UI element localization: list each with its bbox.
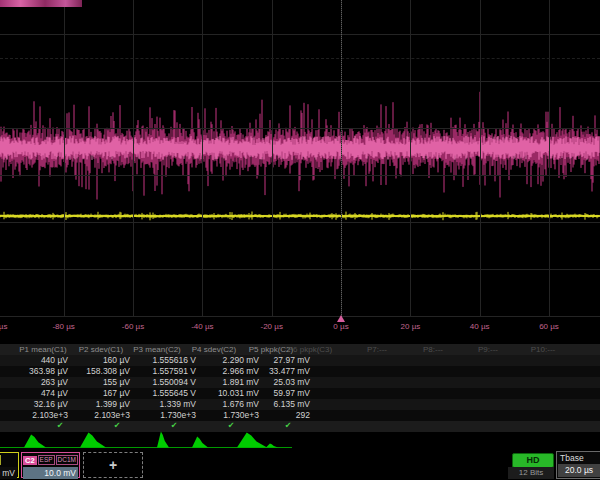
histicon-peak: [80, 433, 106, 448]
time-axis-label: -80 µs: [52, 322, 74, 331]
hd-mode-badge[interactable]: HD: [512, 453, 554, 468]
c1-trace-fuzz: [0, 212, 599, 221]
measure-value-row: 32.16 µV1.399 µV1.339 mV1.676 mV6.135 mV: [0, 399, 600, 410]
measure-value: 1.550094 V: [132, 377, 196, 387]
c2-vertical-scale: 10.0 mV: [23, 467, 78, 479]
measure-value: 32.16 µV: [4, 399, 68, 409]
c1-coupling-badge: DC1M: [0, 455, 1, 465]
gridline-horizontal: [0, 269, 600, 270]
measure-value: 440 µV: [4, 355, 68, 365]
measure-param-header[interactable]: P3 mean(C2): [133, 345, 181, 354]
measure-value: 1.555616 V: [132, 355, 196, 365]
measure-param-header[interactable]: P4 sdev(C2): [192, 345, 236, 354]
measurement-table: P1 mean(C1)P2 sdev(C1)P3 mean(C2)P4 sdev…: [0, 343, 600, 431]
waveform-grid: [0, 0, 600, 317]
status-check-icon: ✔: [57, 421, 64, 430]
c2-coupling-badge: DC1M: [56, 455, 78, 465]
measure-value: 167 µV: [66, 388, 130, 398]
measure-value: 474 µV: [4, 388, 68, 398]
measure-value-row: 440 µV160 µV1.555616 V2.290 mV27.97 mV: [0, 355, 600, 366]
measure-value-row: 263 µV155 µV1.550094 V1.891 mV25.03 mV: [0, 377, 600, 388]
time-axis: -100 µs-80 µs-60 µs-40 µs-20 µs0 µs20 µs…: [0, 317, 600, 343]
histicon-peak: [237, 433, 267, 448]
time-axis-label: 0 µs: [333, 322, 348, 331]
measure-value: 1.557591 V: [132, 366, 196, 376]
measure-value: 2.103e+3: [66, 410, 130, 420]
measure-param-header[interactable]: P5 pkpk(C2): [249, 345, 293, 354]
c1-vertical-scale: 10.0 mV: [0, 467, 17, 479]
oscilloscope-screen: -100 µs-80 µs-60 µs-40 µs-20 µs0 µs20 µs…: [0, 0, 600, 480]
gridline-horizontal: [0, 34, 600, 35]
channel-c2-descriptor[interactable]: C2 ESP DC1M 10.0 mV: [21, 452, 80, 478]
timebase-descriptor[interactable]: Tbase 20.0 µs: [556, 451, 600, 479]
measure-param-header[interactable]: P2 sdev(C1): [79, 345, 123, 354]
measure-value: 160 µV: [66, 355, 130, 365]
measure-value: 59.97 mV: [246, 388, 310, 398]
time-axis-label: -20 µs: [260, 322, 282, 331]
gridline-minor-ticks: [0, 58, 600, 59]
measure-value: 1.339 mV: [132, 399, 196, 409]
add-channel-button[interactable]: +: [83, 452, 143, 478]
measure-value: 1.730e+3: [132, 410, 196, 420]
histicon-peak: [24, 435, 46, 448]
c2-label: C2: [23, 456, 37, 465]
status-check-icon: ✔: [285, 421, 292, 430]
timebase-per-div: 20.0 µs: [558, 464, 600, 477]
measure-value: 1.555645 V: [132, 388, 196, 398]
histicon-peak: [157, 432, 169, 448]
measure-value: 263 µV: [4, 377, 68, 387]
time-axis-label: 60 µs: [539, 322, 559, 331]
measure-value: 33.477 mV: [246, 366, 310, 376]
time-axis-label: -40 µs: [191, 322, 213, 331]
time-axis-label: 40 µs: [470, 322, 490, 331]
gridline-horizontal: [0, 222, 600, 223]
gridline-horizontal: [0, 128, 600, 129]
time-axis-label: -60 µs: [122, 322, 144, 331]
measure-param-header[interactable]: P8:---: [423, 345, 443, 354]
measure-value: 158.308 µV: [66, 366, 130, 376]
bottom-bar: C1 DC1M 10.0 mV C2 ESP DC1M 10.0 mV + HD…: [0, 450, 600, 480]
adc-bits-label: 12 Bits: [508, 467, 554, 479]
clipped-top-left-label: [0, 0, 82, 7]
status-check-icon: ✔: [171, 421, 178, 430]
time-axis-label: 20 µs: [401, 322, 421, 331]
channel-c1-descriptor[interactable]: C1 DC1M 10.0 mV: [0, 452, 19, 478]
measure-param-header[interactable]: P6 pkpk(C3): [288, 345, 332, 354]
trigger-position-line: [341, 0, 342, 317]
measure-value: 25.03 mV: [246, 377, 310, 387]
measure-param-header[interactable]: P7:---: [367, 345, 387, 354]
measure-value: 1.399 µV: [66, 399, 130, 409]
measure-value: 155 µV: [66, 377, 130, 387]
measure-value: 292: [246, 410, 310, 420]
histicon-peak: [266, 444, 278, 448]
histicon-peak: [192, 437, 208, 448]
measure-value: 27.97 mV: [246, 355, 310, 365]
measure-header-row: P1 mean(C1)P2 sdev(C1)P3 mean(C2)P4 sdev…: [0, 344, 600, 355]
gridline-horizontal: [0, 81, 600, 82]
measure-param-header[interactable]: P9:---: [478, 345, 498, 354]
gridline-horizontal: [0, 175, 600, 176]
c2-esp-badge: ESP: [38, 455, 55, 465]
measure-value: 2.103e+3: [4, 410, 68, 420]
timebase-title: Tbase: [557, 452, 600, 464]
measure-value-row: 474 µV167 µV1.555645 V10.031 mV59.97 mV: [0, 388, 600, 399]
measure-value-row: 2.103e+32.103e+31.730e+31.730e+3292: [0, 410, 600, 421]
status-check-icon: ✔: [228, 421, 235, 430]
measurement-histicons: [0, 431, 600, 450]
status-check-icon: ✔: [114, 421, 121, 430]
measure-value: 6.135 mV: [246, 399, 310, 409]
time-axis-label: -100 µs: [0, 322, 7, 331]
trigger-marker-icon[interactable]: [337, 315, 345, 322]
measure-param-header[interactable]: P1 mean(C1): [19, 345, 67, 354]
measure-value-row: 363.98 µV158.308 µV1.557591 V2.966 mV33.…: [0, 366, 600, 377]
measure-value: 363.98 µV: [4, 366, 68, 376]
histicon-graph: [0, 431, 600, 450]
measure-param-header[interactable]: P10:---: [531, 345, 555, 354]
